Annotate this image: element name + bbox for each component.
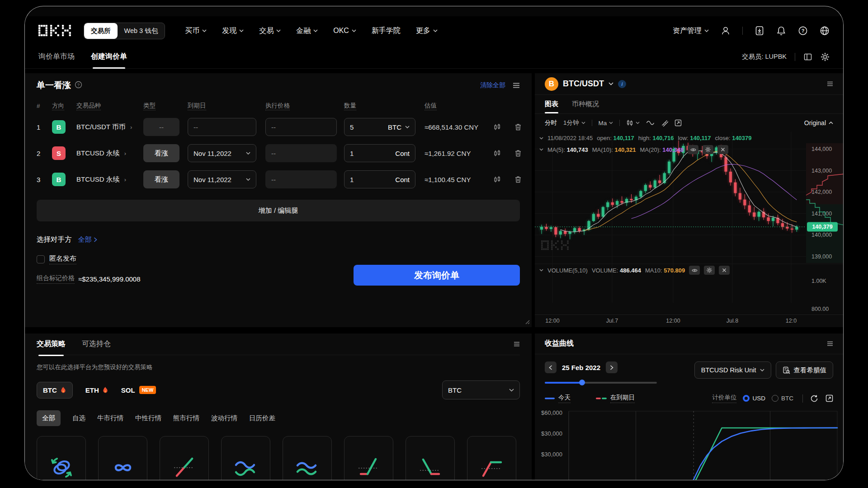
tab-coin-overview[interactable]: 币种概况 xyxy=(572,95,599,113)
eye-icon[interactable] xyxy=(689,266,700,275)
panel-menu-icon[interactable] xyxy=(827,81,833,86)
legend-at-expiry[interactable]: 在到期日 xyxy=(596,394,635,403)
gear-icon[interactable] xyxy=(704,266,715,275)
nav-buy-crypto[interactable]: 买币 xyxy=(185,26,207,36)
tool-time-mode[interactable]: 分时 xyxy=(545,119,557,127)
date-slider[interactable] xyxy=(545,380,657,385)
close-icon[interactable] xyxy=(719,266,730,275)
nav-okc[interactable]: OKC xyxy=(333,27,356,35)
strategy-card-double-wave[interactable] xyxy=(283,436,332,480)
time-axis[interactable]: 12:00Jul.712:00Jul.812:0 xyxy=(535,314,843,326)
nav-discover[interactable]: 发现 xyxy=(222,26,244,36)
filter-all[interactable]: 全部 xyxy=(37,410,61,426)
filter-volatile[interactable]: 波动行情 xyxy=(211,414,237,422)
nav-trade[interactable]: 交易 xyxy=(259,26,281,36)
coin-chip-eth[interactable]: ETH xyxy=(85,386,108,394)
expand-icon[interactable] xyxy=(826,394,833,402)
type-button[interactable]: 看涨 xyxy=(143,170,179,188)
publish-rfq-button[interactable]: 发布询价单 xyxy=(354,265,520,286)
candle-chart-icon[interactable] xyxy=(493,175,501,183)
tab-available-positions[interactable]: 可选持仓 xyxy=(82,332,111,356)
type-button[interactable]: 看涨 xyxy=(143,144,179,162)
quantity-input[interactable]: 1Cont xyxy=(344,170,415,188)
add-edit-leg-button[interactable]: 增加 / 编辑腿 xyxy=(37,200,520,221)
filter-neutral[interactable]: 中性行情 xyxy=(135,414,161,422)
panel-menu-icon[interactable] xyxy=(513,83,520,88)
tool-line-overlay[interactable] xyxy=(646,120,655,126)
layout-icon[interactable] xyxy=(803,52,812,61)
settings-gear-icon[interactable] xyxy=(821,52,830,61)
filter-calendar-spread[interactable]: 日历价差 xyxy=(249,414,275,422)
language-globe-icon[interactable] xyxy=(820,26,830,36)
coin-chip-btc[interactable]: BTC xyxy=(37,382,73,399)
filter-bull[interactable]: 牛市行情 xyxy=(97,414,123,422)
date-next-button[interactable] xyxy=(606,361,618,373)
expiry-select[interactable]: Nov 11,2022 xyxy=(188,144,256,162)
instrument-selector[interactable]: BTC/USDT 币币› xyxy=(76,123,143,131)
tool-draw[interactable] xyxy=(661,119,668,127)
download-app-icon[interactable] xyxy=(755,26,764,36)
coin-chip-sol[interactable]: SOL NEW xyxy=(121,386,156,394)
resize-handle[interactable] xyxy=(524,318,530,326)
clear-all-link[interactable]: 清除全部 xyxy=(480,81,505,89)
coin-select[interactable]: BTC xyxy=(442,380,520,399)
info-icon[interactable]: i xyxy=(618,80,626,88)
help-icon[interactable]: ? xyxy=(798,26,808,36)
nav-academy[interactable]: 新手学院 xyxy=(372,26,401,36)
quantity-input[interactable]: 5BTC xyxy=(344,118,415,136)
expiry-select[interactable]: Nov 11,2022 xyxy=(188,170,256,188)
quantity-input[interactable]: 1Cont xyxy=(344,144,415,162)
view-greeks-button[interactable]: 查看希腊值 xyxy=(776,361,834,379)
chevron-down-icon[interactable] xyxy=(539,148,543,151)
tool-candle-style[interactable] xyxy=(626,119,640,127)
chevron-down-icon[interactable] xyxy=(539,269,543,272)
payoff-chart[interactable]: $60,000$30,000$30,000 xyxy=(535,408,843,480)
chevron-down-icon[interactable] xyxy=(405,126,410,128)
nav-more[interactable]: 更多 xyxy=(416,26,438,36)
strategy-card-long-put[interactable] xyxy=(406,436,455,480)
slider-knob[interactable] xyxy=(579,380,585,385)
strategy-card-loop[interactable] xyxy=(37,436,86,480)
candle-chart-icon[interactable] xyxy=(493,123,501,131)
toggle-web3-wallet[interactable]: Web 3 钱包 xyxy=(118,23,165,39)
candle-chart-icon[interactable] xyxy=(493,149,501,157)
strategy-card-infinity[interactable] xyxy=(98,436,147,480)
instrument-selector[interactable]: BTCUSD 永续› xyxy=(76,175,143,184)
help-circle-icon[interactable]: ? xyxy=(75,81,82,90)
date-prev-button[interactable] xyxy=(545,361,557,373)
pair-selector-caret[interactable] xyxy=(609,82,613,85)
radio-usd[interactable]: USD xyxy=(743,395,765,402)
counterparty-all-link[interactable]: 全部 xyxy=(78,235,97,244)
refresh-icon[interactable] xyxy=(810,394,818,403)
expiry-input[interactable]: -- xyxy=(188,118,256,136)
instrument-selector[interactable]: BTCUSD 永续› xyxy=(76,149,143,158)
eye-icon[interactable] xyxy=(688,145,698,154)
nav-finance[interactable]: 金融 xyxy=(296,26,318,36)
tab-trading-strategies[interactable]: 交易策略 xyxy=(37,332,66,356)
panel-menu-icon[interactable] xyxy=(827,341,833,346)
toggle-exchange[interactable]: 交易所 xyxy=(84,23,118,39)
anonymous-checkbox[interactable] xyxy=(37,255,45,263)
tool-interval[interactable]: 1分钟 xyxy=(563,119,585,127)
trash-icon[interactable] xyxy=(514,175,522,183)
close-icon[interactable] xyxy=(717,145,728,154)
gear-icon[interactable] xyxy=(703,145,713,154)
filter-bear[interactable]: 熊市行情 xyxy=(173,414,199,422)
strike-input[interactable]: -- xyxy=(265,118,337,136)
scale-mode[interactable]: Original xyxy=(804,119,833,127)
trash-icon[interactable] xyxy=(514,149,522,157)
tool-fullscreen[interactable] xyxy=(675,119,682,127)
strategy-card-dual-wave[interactable] xyxy=(221,436,270,480)
strategy-card-rise-diagonal[interactable] xyxy=(160,436,209,480)
tool-ma[interactable]: Ma xyxy=(599,120,613,127)
strategy-card-long-call[interactable] xyxy=(344,436,393,480)
notifications-bell-icon[interactable] xyxy=(776,26,786,36)
panel-menu-icon[interactable] xyxy=(514,342,520,347)
filter-favorites[interactable]: 自选 xyxy=(72,414,85,422)
legend-today[interactable]: 今天 xyxy=(545,394,571,403)
trash-icon[interactable] xyxy=(514,123,522,131)
radio-btc[interactable]: BTC xyxy=(772,395,793,402)
profile-icon[interactable] xyxy=(721,26,731,36)
candlestick-chart[interactable]: 144,000143,000142,000141,000140,000139,0… xyxy=(535,132,843,314)
tab-create-rfq[interactable]: 创建询价单 xyxy=(91,45,127,69)
